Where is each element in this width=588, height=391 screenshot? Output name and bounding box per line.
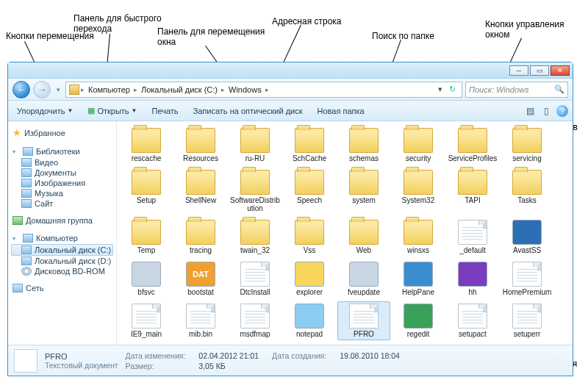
chevron-right-icon[interactable]: ▸: [134, 86, 137, 93]
file-item[interactable]: twain_32.dll: [337, 343, 390, 345]
sidebar-computer[interactable]: ▾Компьютер: [11, 232, 113, 244]
file-label: Vss: [304, 246, 316, 254]
file-item[interactable]: _default: [446, 218, 499, 257]
file-item[interactable]: DATbootstat: [174, 259, 227, 298]
file-item[interactable]: system: [174, 343, 227, 345]
file-label: rescache: [132, 154, 162, 162]
file-item[interactable]: explorer: [283, 259, 336, 298]
file-label: Resources: [183, 154, 218, 162]
folder-icon: [295, 220, 324, 245]
breadcrumb-seg-2[interactable]: Windows: [226, 85, 264, 95]
file-item[interactable]: win: [501, 343, 553, 345]
file-item[interactable]: AvastSS: [501, 218, 553, 257]
file-item[interactable]: TSSysprep: [229, 343, 282, 345]
address-bar[interactable]: ▸ Компьютер ▸ Локальный диск (C:) ▸ Wind…: [65, 82, 462, 98]
folder-icon: [132, 128, 161, 153]
file-item[interactable]: setupact: [446, 301, 499, 340]
file-item[interactable]: notepad: [283, 301, 336, 340]
minimize-button[interactable]: ─: [509, 65, 528, 76]
breadcrumb-seg-0[interactable]: Компьютер: [86, 85, 132, 95]
file-item[interactable]: Starter: [120, 343, 173, 345]
sidebar-lib-music[interactable]: Музыка: [11, 188, 113, 198]
file-item[interactable]: IE9_main: [120, 301, 173, 340]
file-item[interactable]: 32twunk_32: [446, 343, 499, 345]
file-item[interactable]: DtcInstall: [229, 259, 282, 298]
open-button[interactable]: ▦Открыть▼: [83, 104, 141, 118]
new-folder-button[interactable]: Новая папка: [313, 104, 369, 118]
print-button[interactable]: Печать: [148, 104, 183, 118]
burn-button[interactable]: Записать на оптический диск: [189, 104, 307, 118]
refresh-icon[interactable]: ↻: [445, 85, 459, 94]
file-item[interactable]: tracing: [174, 218, 227, 257]
file-item[interactable]: bfsvc: [120, 259, 173, 298]
file-item[interactable]: Temp: [120, 218, 173, 257]
maximize-button[interactable]: ▭: [530, 65, 549, 76]
sidebar-lib-documents[interactable]: Документы: [11, 168, 113, 178]
file-item[interactable]: winsxs: [392, 218, 445, 257]
view-options-icon[interactable]: ▤: [524, 105, 536, 117]
search-icon[interactable]: 🔍: [554, 85, 564, 94]
file-item[interactable]: twain.dll: [283, 343, 336, 345]
file-item[interactable]: Tasks: [501, 168, 553, 215]
file-item[interactable]: HelpPane: [392, 259, 445, 298]
navigation-row: ← → ▾ ▸ Компьютер ▸ Локальный диск (C:) …: [8, 79, 573, 101]
back-button[interactable]: ←: [12, 81, 30, 98]
sidebar-drive-d[interactable]: Локальный диск (D:): [11, 256, 113, 266]
history-dropdown-icon[interactable]: ▾: [54, 82, 62, 97]
file-item[interactable]: system: [337, 168, 390, 215]
sidebar-homegroup[interactable]: Домашняя группа: [11, 215, 113, 226]
file-item[interactable]: schemas: [337, 126, 390, 165]
file-item[interactable]: ShellNew: [174, 168, 227, 215]
file-item[interactable]: PFRO: [337, 301, 390, 340]
close-button[interactable]: ✕: [551, 65, 570, 76]
sidebar-drive-c[interactable]: Локальный диск (C:): [11, 244, 113, 256]
file-item[interactable]: twain_32: [229, 218, 282, 257]
file-item[interactable]: Resources: [174, 126, 227, 165]
sidebar-lib-video[interactable]: Видео: [11, 157, 113, 168]
file-item[interactable]: SchCache: [283, 126, 336, 165]
address-dropdown-icon[interactable]: ▾: [435, 85, 445, 94]
organize-button[interactable]: Упорядочить▼: [12, 104, 77, 118]
sidebar-lib-site[interactable]: Сайт: [11, 198, 113, 209]
file-item[interactable]: ServiceProfiles: [446, 126, 499, 165]
file-icon: [349, 304, 379, 329]
file-item[interactable]: mib.bin: [174, 301, 227, 340]
titlebar[interactable]: ─ ▭ ✕: [8, 62, 573, 79]
file-item[interactable]: hh: [446, 259, 499, 298]
file-item[interactable]: Speech: [283, 168, 336, 215]
file-item[interactable]: msdfmap: [229, 301, 282, 340]
status-bar: PFRO Текстовый документ Дата изменения: …: [8, 345, 573, 376]
sidebar-libraries[interactable]: ▾Библиотеки: [11, 146, 113, 157]
file-item[interactable]: rescache: [120, 126, 173, 165]
help-icon[interactable]: ?: [556, 105, 568, 117]
search-input[interactable]: Поиск: Windows 🔍: [465, 82, 568, 98]
file-item[interactable]: HomePremium: [501, 259, 553, 298]
sidebar-lib-images[interactable]: Изображения: [11, 178, 113, 188]
sidebar-network[interactable]: Сеть: [11, 282, 113, 294]
file-item[interactable]: Web: [337, 218, 390, 257]
file-label: winsxs: [407, 246, 429, 254]
preview-pane-icon[interactable]: ▯: [540, 105, 552, 117]
file-list[interactable]: rescacheResourcesru-RUSchCacheschemassec…: [117, 121, 573, 345]
sidebar-favorites[interactable]: ★Избранное: [11, 126, 113, 140]
chevron-right-icon[interactable]: ▸: [221, 86, 225, 93]
breadcrumb-seg-1[interactable]: Локальный диск (C:): [139, 85, 220, 95]
file-item[interactable]: setuperr: [501, 301, 553, 340]
file-item[interactable]: twunk_16: [392, 343, 445, 345]
file-item[interactable]: fveupdate: [337, 259, 390, 298]
folder-icon: [69, 85, 79, 95]
chevron-right-icon[interactable]: ▸: [265, 86, 269, 93]
file-item[interactable]: SoftwareDistribution: [229, 168, 282, 215]
chevron-right-icon[interactable]: ▸: [81, 86, 85, 93]
file-item[interactable]: TAPI: [446, 168, 499, 215]
file-item[interactable]: security: [392, 126, 445, 165]
file-item[interactable]: Vss: [283, 218, 336, 257]
status-created-label: Дата создания:: [272, 351, 326, 360]
file-item[interactable]: regedit: [392, 301, 445, 340]
file-item[interactable]: Setup: [120, 168, 173, 215]
file-item[interactable]: ru-RU: [229, 126, 282, 165]
file-item[interactable]: System32: [392, 168, 445, 215]
file-item[interactable]: servicing: [501, 126, 553, 165]
forward-button[interactable]: →: [33, 81, 51, 98]
sidebar-drive-bdrom[interactable]: Дисковод BD-ROM: [11, 266, 113, 276]
